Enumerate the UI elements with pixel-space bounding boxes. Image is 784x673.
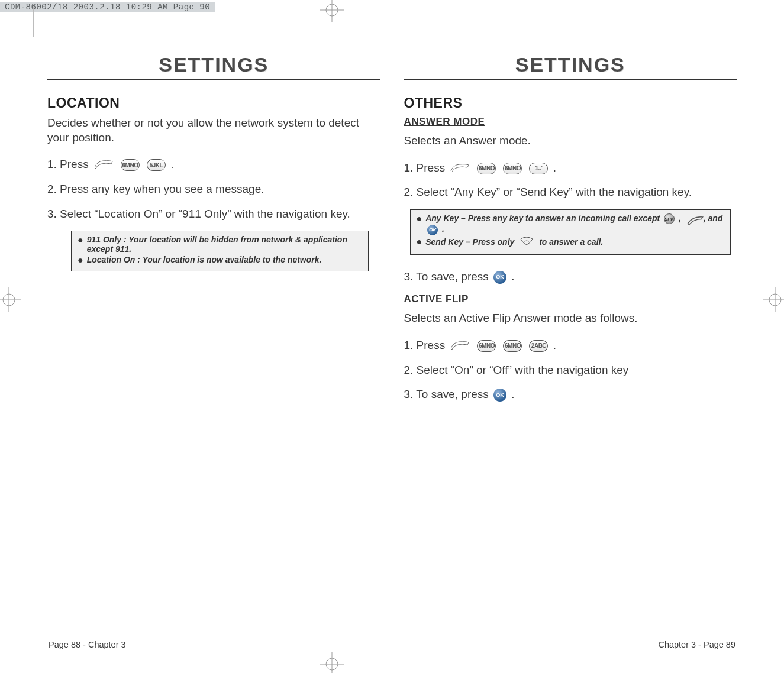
registration-mark-icon xyxy=(320,652,344,673)
step-text: . xyxy=(511,270,514,283)
step-text: 3. To save, press xyxy=(404,270,492,283)
page-title: SETTINGS xyxy=(47,53,380,76)
print-header-text: CDM-86002/18 2003.2.18 10:29 AM Page 90 xyxy=(5,2,210,12)
intro-text: Selects an Answer mode. xyxy=(404,134,737,148)
rule xyxy=(47,82,380,82)
note-text: Send Key – Press only to answer a call. xyxy=(425,237,724,248)
step-text: . xyxy=(553,161,556,174)
key-6-icon: 6MNO xyxy=(121,159,140,171)
note-box: ● Any Key – Press any key to answer an i… xyxy=(410,209,731,255)
key-6-icon: 6MNO xyxy=(503,340,522,352)
ok-key-icon: OK xyxy=(427,225,438,235)
page-title: SETTINGS xyxy=(404,53,737,76)
page-footer: Page 88 - Chapter 3 xyxy=(47,638,380,649)
step-text: . xyxy=(553,339,556,351)
menu-key-icon xyxy=(93,159,114,170)
step-2: 2. Select “Any Key” or “Send Key” with t… xyxy=(404,185,737,200)
step-text: 1. Press xyxy=(404,339,449,351)
step-1: 1. Press 6MNO 6MNO 2ABC . xyxy=(404,338,737,353)
rule xyxy=(404,79,737,80)
subsection-heading: ACTIVE FLIP xyxy=(404,293,737,305)
menu-key-icon xyxy=(450,340,470,351)
note-box: ● 911 Only : Your location will be hidde… xyxy=(71,231,369,271)
step-3: 3. To save, press OK . xyxy=(404,269,737,284)
key-2-icon: 2ABC xyxy=(529,340,548,352)
step-1: 1. Press 6MNO 6MNO 1..’ . xyxy=(404,160,737,176)
ok-key-icon: OK xyxy=(493,271,506,284)
step-2: 2. Select “On” or “Off” with the navigat… xyxy=(404,363,737,378)
softkey-icon xyxy=(685,215,699,223)
step-text: . xyxy=(511,388,514,400)
step-1: 1. Press 6MNO 5JKL . xyxy=(47,157,380,172)
registration-mark-icon xyxy=(320,0,344,22)
rule xyxy=(404,82,737,82)
ok-key-icon: OK xyxy=(493,389,506,402)
key-5-icon: 5JKL xyxy=(147,159,166,171)
intro-text: Decides whether or not you allow the net… xyxy=(47,116,380,145)
bullet-icon: ● xyxy=(417,214,422,224)
step-text: 1. Press xyxy=(404,161,449,174)
step-text: 3. To save, press xyxy=(404,388,492,400)
note-text: 911 Only : Your location will be hidden … xyxy=(87,235,362,254)
note-text: Any Key – Press any key to answer an inc… xyxy=(425,213,724,235)
page-footer: Chapter 3 - Page 89 xyxy=(404,638,737,649)
registration-mark-icon xyxy=(763,287,784,312)
print-header-strip: CDM-86002/18 2003.2.18 10:29 AM Page 90 xyxy=(0,2,215,12)
step-2: 2. Press any key when you see a message. xyxy=(47,182,380,197)
send-key-icon xyxy=(518,237,535,248)
key-6-icon: 6MNO xyxy=(477,340,496,352)
bullet-icon: ● xyxy=(78,235,83,245)
step-3: 3. To save, press OK . xyxy=(404,387,737,402)
registration-mark-icon xyxy=(0,287,21,312)
right-page: SETTINGS OTHERS ANSWER MODE Selects an A… xyxy=(404,53,737,649)
key-1-icon: 1..’ xyxy=(529,163,548,174)
subsection-heading: ANSWER MODE xyxy=(404,116,737,128)
spk-key-icon: SPK xyxy=(664,213,675,224)
intro-text: Selects an Active Flip Answer mode as fo… xyxy=(404,311,737,326)
bullet-icon: ● xyxy=(78,255,83,265)
section-heading: LOCATION xyxy=(47,95,380,111)
menu-key-icon xyxy=(450,163,470,173)
bullet-icon: ● xyxy=(417,237,422,247)
key-6-icon: 6MNO xyxy=(477,163,496,174)
crop-mark xyxy=(18,37,36,37)
step-3: 3. Select “Location On” or “911 Only” wi… xyxy=(47,206,380,222)
section-heading: OTHERS xyxy=(404,95,737,111)
key-6-icon: 6MNO xyxy=(503,163,522,174)
step-text: 1. Press xyxy=(47,158,92,170)
note-text: Location On : Your location is now avail… xyxy=(87,255,362,264)
crop-mark xyxy=(33,7,34,37)
left-page: SETTINGS LOCATION Decides whether or not… xyxy=(47,53,380,649)
step-text: . xyxy=(170,158,173,170)
rule xyxy=(47,79,380,80)
